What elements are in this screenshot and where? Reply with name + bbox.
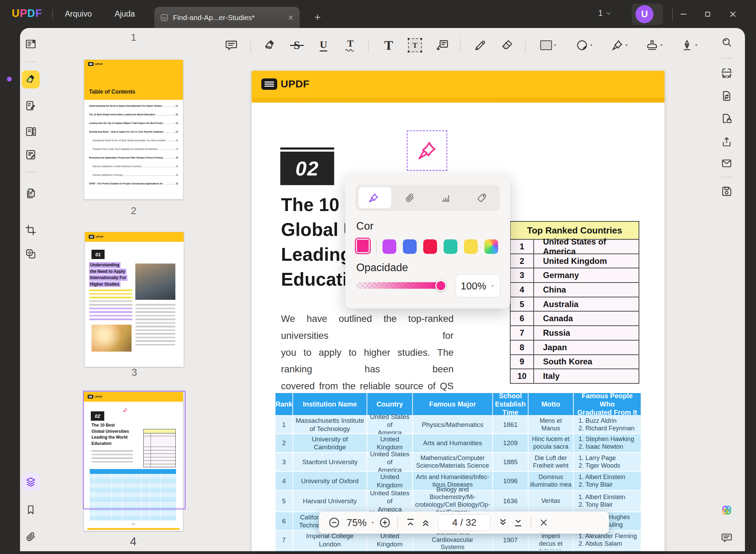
previous-page-button[interactable] xyxy=(418,514,433,531)
plus-icon xyxy=(313,13,322,21)
last-page-button[interactable] xyxy=(511,514,526,531)
new-tab-button[interactable] xyxy=(310,10,325,25)
callout-tool-button[interactable] xyxy=(433,36,452,55)
opacity-slider-knob[interactable] xyxy=(435,280,446,291)
menu-ajuda[interactable]: Ajuda xyxy=(111,6,138,21)
table-row: 10Italy xyxy=(511,369,639,383)
signature-tool-button[interactable] xyxy=(677,36,703,55)
tab-chart[interactable] xyxy=(428,185,464,211)
swatch-purple[interactable] xyxy=(382,239,396,254)
convert-button[interactable] xyxy=(718,87,736,105)
swatch-pink-selected[interactable] xyxy=(355,238,371,254)
eraser-tool-button[interactable] xyxy=(497,36,517,55)
thumbnail-page-3[interactable]: UPDF 01 Understandingthe Need to ApplyIn… xyxy=(85,232,184,367)
swatch-blue[interactable] xyxy=(403,239,417,254)
watermark-icon xyxy=(25,248,37,260)
share-button[interactable] xyxy=(718,133,736,151)
sidebar-item-reader[interactable] xyxy=(22,35,40,53)
search-icon xyxy=(721,36,733,48)
email-button[interactable] xyxy=(718,154,736,172)
close-window-button[interactable] xyxy=(725,7,740,22)
lock-document-icon xyxy=(721,113,733,124)
sidebar-item-pages[interactable] xyxy=(22,184,40,202)
sidebar-item-edit[interactable] xyxy=(22,97,40,115)
opacity-value: 100% xyxy=(461,280,486,292)
zoom-dropdown-caret[interactable] xyxy=(370,520,375,525)
pin-annotation-selected[interactable] xyxy=(407,130,447,171)
sidebar-item-comment[interactable] xyxy=(22,70,40,88)
sidebar-item-organize[interactable] xyxy=(22,123,40,141)
swatch-red[interactable] xyxy=(423,239,437,254)
strikethrough-tool-button[interactable]: S xyxy=(287,36,307,55)
rail-divider xyxy=(26,172,36,172)
rail-divider xyxy=(721,58,732,59)
pencil-tool-button[interactable] xyxy=(471,36,490,55)
document-tab[interactable]: Find-and-Ap...er-Studies* xyxy=(154,7,300,28)
sidebar-item-watermark[interactable] xyxy=(22,245,40,263)
opacity-value-dropdown[interactable]: 100% xyxy=(456,275,500,297)
maximize-button[interactable] xyxy=(700,7,715,22)
page-number-input[interactable]: 4 / 32 xyxy=(438,514,491,531)
sidebar-item-attachments[interactable] xyxy=(22,528,40,546)
pin-icon xyxy=(611,39,623,51)
search-button[interactable] xyxy=(718,33,736,51)
first-page-button[interactable] xyxy=(403,514,418,531)
sidebar-item-fill-sign[interactable] xyxy=(22,146,40,164)
page4-footer-bar xyxy=(87,528,180,530)
stamp-tool-button[interactable] xyxy=(642,36,668,55)
sticker-tool-button[interactable] xyxy=(572,36,598,55)
tab-close-icon[interactable] xyxy=(287,14,294,21)
chevron-down-icon xyxy=(659,43,664,48)
toc-entry: Looking Into the Top 10 Subject Majors T… xyxy=(89,122,178,131)
squiggly-tool-button[interactable]: T xyxy=(341,36,360,55)
toc-entry: Famous Institutions in North American Co… xyxy=(89,165,178,174)
toc-entry: Scholarship Rules - How to Apply For One… xyxy=(89,131,178,139)
titlebar-divider xyxy=(52,9,53,19)
minimize-button[interactable] xyxy=(676,7,691,22)
tab-pin[interactable] xyxy=(356,185,392,211)
underline-tool-button[interactable]: U xyxy=(314,36,333,55)
zoom-in-button[interactable] xyxy=(377,514,392,531)
swatch-yellow[interactable] xyxy=(464,239,478,254)
feedback-button[interactable] xyxy=(718,529,736,547)
page3-photo-desk xyxy=(135,264,175,300)
pages-icon xyxy=(25,188,37,199)
shape-tool-button[interactable] xyxy=(536,36,562,55)
toc-list: Understanding the Need to Apply Internat… xyxy=(84,100,183,191)
first-page-icon xyxy=(405,517,416,528)
ai-icon xyxy=(720,504,733,516)
panel-collapse-dot[interactable] xyxy=(7,77,12,82)
chevron-down-icon xyxy=(589,43,594,48)
pin-tool-button[interactable] xyxy=(607,36,633,55)
toolbar-divider xyxy=(250,38,251,52)
text-tool-button[interactable]: T xyxy=(379,36,398,55)
comment-icon xyxy=(225,39,238,52)
highlight-tool-button[interactable] xyxy=(260,36,280,55)
save-button[interactable] xyxy=(718,182,736,200)
swatch-teal[interactable] xyxy=(444,239,457,254)
menu-arquivo[interactable]: Arquivo xyxy=(61,6,95,21)
sidebar-item-thumbnails[interactable] xyxy=(22,473,40,491)
textbox-tool-button[interactable]: T xyxy=(405,36,425,55)
toc-entry: Understanding the Need to Apply Internat… xyxy=(89,105,178,113)
window-count-value: 1 xyxy=(598,9,603,18)
ocr-button[interactable]: OCR xyxy=(718,64,736,82)
zoom-level[interactable]: 75% xyxy=(347,517,367,528)
protect-button[interactable] xyxy=(718,109,736,127)
close-toolbar-button[interactable] xyxy=(536,514,551,531)
section-accent-line xyxy=(280,147,334,150)
zoom-out-button[interactable] xyxy=(327,514,342,531)
ai-assistant-button[interactable] xyxy=(718,501,736,519)
avatar[interactable]: U xyxy=(636,5,653,23)
window-count-dropdown[interactable]: 1 xyxy=(598,9,612,18)
tab-tag[interactable] xyxy=(464,185,500,211)
tab-attachment[interactable] xyxy=(392,185,428,211)
opacity-slider-track[interactable] xyxy=(356,282,445,289)
thumbnail-page-2[interactable]: UPDF Table of Contents Understanding the… xyxy=(84,60,183,199)
thumb-label-4: 4 xyxy=(84,535,183,548)
swatch-custom-rainbow[interactable] xyxy=(484,239,498,254)
comment-tool-button[interactable] xyxy=(222,36,241,55)
next-page-button[interactable] xyxy=(495,514,511,531)
sidebar-item-bookmarks[interactable] xyxy=(22,501,40,519)
sidebar-item-crop[interactable] xyxy=(22,221,40,239)
